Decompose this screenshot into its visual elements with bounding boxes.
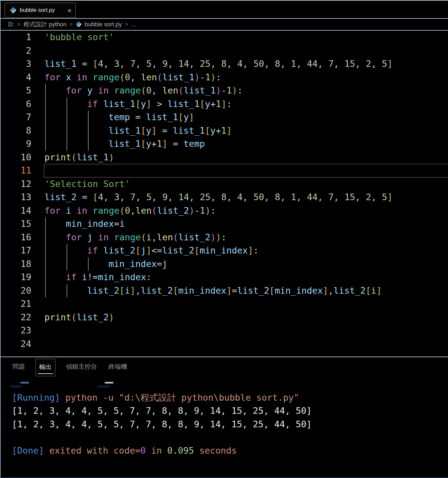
token-op (98, 245, 103, 255)
code-line-4[interactable]: 4for x in range(0, len(list_1)-1): (0, 71, 448, 84)
token-op: + (152, 139, 157, 149)
token-b1: [ (119, 285, 125, 296)
line-number[interactable]: 23 (0, 324, 31, 337)
code-text: min_index=j (44, 257, 167, 271)
breadcrumb-item[interactable]: bubble sort.py (85, 21, 122, 28)
token-var: min_index (178, 285, 226, 296)
code-line-23[interactable]: 23 (0, 324, 448, 337)
token-num: 1 (157, 139, 162, 149)
token-op: , (318, 192, 328, 202)
code-line-15[interactable]: 15min_index=i (0, 217, 448, 231)
code-line-7[interactable]: 7temp = list_1[y] (0, 111, 448, 124)
token-op: , (296, 59, 307, 69)
token-b2: ( (173, 232, 178, 242)
token-var: list_1 (77, 152, 109, 162)
line-number[interactable]: 3 (0, 57, 31, 71)
token-op: , (120, 192, 130, 202)
panel-tab-output[interactable]: 輸出 (36, 359, 55, 376)
code-line-1[interactable]: 1'bubble sort' (0, 31, 448, 44)
line-number[interactable]: 1 (0, 31, 31, 44)
token-num: 5 (146, 59, 152, 69)
code-line-6[interactable]: 6if list_1[y] > list_1[y+1]: (0, 97, 448, 111)
code-line-17[interactable]: 17if list_2[j]<=list_2[min_index]: (0, 244, 448, 257)
line-number[interactable]: 19 (0, 271, 31, 284)
token-var: y (141, 99, 146, 109)
code-line-3[interactable]: 3list_1 = [4, 3, 7, 5, 9, 14, 25, 8, 4, … (0, 57, 448, 71)
token-op: = (114, 219, 119, 229)
code-editor[interactable]: 1'bubble sort'23list_1 = [4, 3, 7, 5, 9,… (0, 31, 448, 357)
token-op: , (328, 285, 333, 296)
code-line-11[interactable]: 11 (0, 164, 448, 177)
line-number[interactable]: 4 (0, 71, 31, 84)
token-op: , (227, 192, 238, 202)
line-number[interactable]: 16 (0, 231, 31, 244)
code-line-22[interactable]: 22print(list_2) (0, 311, 448, 324)
code-line-21[interactable]: 21 (0, 297, 448, 311)
line-number[interactable]: 11 (0, 164, 31, 177)
token-var: j (87, 232, 93, 242)
breadcrumb-item[interactable]: 程式設計 python (23, 20, 67, 28)
python-icon (76, 21, 82, 27)
line-number[interactable]: 20 (0, 284, 31, 298)
panel-tab-terminal[interactable]: 終端機 (108, 359, 128, 376)
line-number[interactable]: 17 (0, 244, 31, 257)
token-op: , (243, 59, 254, 69)
output-console[interactable]: [Running] python -u "d:\程式設計 python\bubb… (12, 391, 448, 457)
line-number[interactable]: 5 (0, 84, 31, 97)
line-number[interactable]: 14 (0, 204, 31, 218)
tab-bubble-sort-py[interactable]: bubble sort.py × (5, 3, 76, 18)
token-b1: ) (109, 152, 114, 162)
line-number[interactable]: 24 (0, 337, 31, 351)
editor-panel-divider[interactable] (0, 357, 448, 357)
breadcrumb-item[interactable]: D: (8, 21, 14, 28)
code-line-12[interactable]: 12'Selection Sort' (0, 177, 448, 191)
token-b1: [ (200, 99, 205, 109)
code-line-16[interactable]: 16for j in range(i,len(list_2)): (0, 231, 448, 244)
line-number[interactable]: 21 (0, 297, 31, 311)
editor-tab-bar: bubble sort.py × (0, 1, 448, 18)
close-icon[interactable]: × (68, 7, 71, 14)
line-number[interactable]: 15 (0, 217, 31, 231)
line-number[interactable]: 8 (0, 124, 31, 138)
code-line-13[interactable]: 13list_2 = [4, 3, 7, 5, 9, 14, 25, 8, 4,… (0, 191, 448, 204)
line-number[interactable]: 9 (0, 137, 31, 151)
token-op (82, 85, 87, 95)
line-number[interactable]: 2 (0, 44, 31, 58)
code-line-9[interactable]: 9list_1[y+1] = temp (0, 137, 448, 151)
token-op: : (210, 205, 216, 216)
line-number[interactable]: 22 (0, 311, 31, 324)
code-line-19[interactable]: 19if i!=min_index: (0, 271, 448, 284)
line-number[interactable]: 18 (0, 257, 31, 271)
code-line-10[interactable]: 10print(list_1) (0, 151, 448, 164)
token-op (61, 72, 66, 82)
line-number[interactable]: 7 (0, 111, 31, 124)
token-op: , (210, 59, 221, 69)
line-number[interactable]: 6 (0, 97, 31, 111)
line-number[interactable]: 12 (0, 177, 31, 191)
token-var: min_index (108, 259, 156, 269)
token-kw: for (44, 72, 61, 82)
code-text: for j in range(i,len(list_2)): (44, 231, 227, 244)
code-line-2[interactable]: 2 (0, 44, 448, 58)
code-text: if list_2[j]<=list_2[min_index]: (44, 244, 259, 257)
code-text: list_2[i],list_2[min_index]=list_2[min_i… (44, 284, 382, 298)
code-line-14[interactable]: 14for i in range(0,len(list_2)-1): (0, 204, 448, 218)
token-op: , (135, 285, 141, 296)
panel-tab-bar: 問題輸出偵錯主控台終端機 (0, 357, 448, 376)
token-op: , (135, 192, 146, 202)
code-line-8[interactable]: 8list_1[y] = list_1[y+1] (0, 124, 448, 138)
token-var: list_1 (108, 139, 141, 149)
panel-tab-problems[interactable]: 問題 (12, 359, 26, 376)
panel-tab-debug-console[interactable]: 偵錯主控台 (65, 359, 98, 376)
line-number[interactable]: 10 (0, 151, 31, 164)
breadcrumb-item[interactable]: ... (131, 21, 136, 28)
token-num: 9 (162, 59, 168, 69)
token-num: 0 (146, 85, 152, 95)
code-line-24[interactable]: 24 (0, 337, 448, 351)
token-blue: [Done] (12, 445, 44, 456)
line-number[interactable]: 13 (0, 191, 31, 204)
tabbar-breadcrumb-divider (0, 18, 448, 19)
code-line-20[interactable]: 20list_2[i],list_2[min_index]=list_2[min… (0, 284, 448, 298)
code-line-18[interactable]: 18min_index=j (0, 257, 448, 271)
code-line-5[interactable]: 5for y in range(0, len(list_1)-1): (0, 84, 448, 97)
